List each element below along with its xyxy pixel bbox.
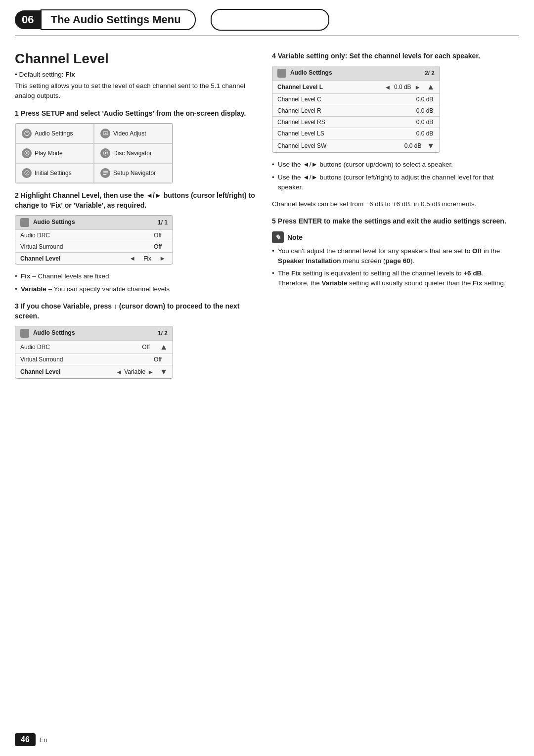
step4-heading: 4 Variable setting only: Set the channel…: [272, 51, 514, 61]
channel-level-label: Channel Level: [20, 255, 127, 262]
step2-heading: 2 Highlight Channel Level, then use the …: [15, 190, 257, 211]
table3-row-cl-c: Channel Level C 0.0 dB: [272, 93, 440, 105]
channel-level-value: Fix: [137, 255, 157, 262]
cl-l-label: Channel Level L: [277, 84, 382, 90]
page-number: 46: [15, 733, 36, 746]
cl-r-label: Channel Level R: [277, 107, 415, 114]
note-icon: ✎: [272, 231, 284, 243]
table3-row-cl-rs: Channel Level RS 0.0 dB: [272, 116, 440, 128]
t2-arrow-left: ◄: [116, 368, 122, 376]
menu-item-play-mode: Play Mode: [15, 143, 94, 163]
settings-table-3-header: Audio Settings 2/ 2: [272, 66, 440, 80]
note-header: ✎ Note: [272, 231, 514, 243]
setup-navigator-icon: [100, 168, 110, 178]
t2-virtual-surround-value: Off: [148, 356, 168, 363]
virtual-surround-value: Off: [148, 243, 168, 250]
svg-marker-2: [105, 133, 107, 134]
left-column: Channel Level Default setting: Fix This …: [15, 51, 257, 386]
default-setting-value: Fix: [65, 71, 75, 78]
main-content: Channel Level Default setting: Fix This …: [0, 36, 534, 396]
menu-item-initial-settings: Initial Settings: [15, 163, 94, 183]
variable-description: Variable – You can specify variable chan…: [15, 284, 257, 294]
menu-item-audio-settings: Audio Settings: [15, 124, 94, 143]
page-footer: 46 En: [15, 733, 47, 746]
default-setting-line: Default setting: Fix: [15, 71, 257, 78]
table3-row-cl-ls: Channel Level LS 0.0 dB: [272, 128, 440, 139]
t2-arrow-down: ▼: [160, 367, 168, 376]
step4-bullet-2: Use the ◄/► buttons (cursor left/right) …: [272, 173, 514, 193]
settings-table-1-title: Audio Settings: [20, 218, 75, 227]
section-body-text: This setting allows you to set the level…: [15, 81, 257, 101]
menu-item-video-adjust-label: Video Adjust: [113, 130, 146, 137]
fix-variable-list: Fix – Channel levels are fixed Variable …: [15, 271, 257, 294]
language-indicator: En: [40, 736, 47, 744]
settings-table-3-page: 2/ 2: [425, 70, 435, 77]
channel-level-arrow-left: ◄: [129, 255, 135, 262]
table1-row-virtual-surround: Virtual Surround Off: [15, 241, 173, 252]
menu-item-play-mode-label: Play Mode: [35, 150, 63, 157]
menu-screenshot-1: Audio Settings Video Adjust Play Mode: [15, 123, 173, 183]
cl-r-value: 0.0 dB: [415, 107, 435, 114]
table3-row-cl-l: Channel Level L ◄ 0.0 dB ► ▲: [272, 80, 440, 93]
svg-marker-4: [26, 152, 28, 154]
cl-c-label: Channel Level C: [277, 96, 415, 103]
cl-rs-value: 0.0 dB: [415, 119, 435, 126]
cl-c-value: 0.0 dB: [415, 96, 435, 103]
table2-row-channel-level: Channel Level ◄ Variable ► ▼: [15, 365, 173, 378]
t2-audio-drc-value: Off: [136, 344, 156, 351]
note-bullets: You can't adjust the channel level for a…: [272, 246, 514, 289]
section-title: Channel Level: [15, 51, 257, 67]
step4-bullet-list: Use the ◄/► buttons (cursor up/down) to …: [272, 160, 514, 192]
svg-point-6: [104, 152, 106, 154]
svg-point-0: [24, 131, 29, 135]
right-column: 4 Variable setting only: Set the channel…: [272, 51, 514, 386]
table1-row-channel-level: Channel Level ◄ Fix ►: [15, 252, 173, 264]
cl-sw-label: Channel Level SW: [277, 142, 403, 149]
audio-drc-value: Off: [148, 232, 168, 239]
menu-item-disc-navigator-label: Disc Navigator: [113, 150, 152, 157]
table1-row-audio-drc: Audio DRC Off: [15, 229, 173, 241]
video-adjust-icon: [100, 129, 110, 138]
step5-heading: 5 Press ENTER to make the settings and e…: [272, 216, 514, 226]
fix-desc: – Channel levels are fixed: [31, 272, 109, 280]
settings-table-1: Audio Settings 1/ 1 Audio DRC Off Virtua…: [15, 215, 173, 265]
chapter-number: 06: [15, 10, 41, 29]
step3-heading: 3 If you chose Variable, press ↓ (cursor…: [15, 301, 257, 321]
menu-item-setup-navigator: Setup Navigator: [94, 163, 173, 183]
cl-l-arrow-up: ▲: [427, 83, 435, 91]
t2-arrow-up: ▲: [160, 343, 168, 352]
t2-virtual-surround-label: Virtual Surround: [20, 356, 148, 363]
virtual-surround-label: Virtual Surround: [20, 243, 148, 250]
audio-drc-label: Audio DRC: [20, 232, 148, 239]
cl-sw-value: 0.0 dB: [403, 142, 423, 149]
t2-arrow-right: ►: [147, 368, 154, 376]
chapter-title: The Audio Settings Menu: [50, 13, 180, 26]
menu-item-video-adjust: Video Adjust: [94, 124, 173, 143]
t2-channel-level-value: Variable: [124, 368, 145, 375]
header-right-decoration: [211, 9, 329, 31]
settings-table-2-header: Audio Settings 1/ 2: [15, 326, 173, 340]
fix-description: Fix – Channel levels are fixed: [15, 271, 257, 281]
cl-l-arrow-left: ◄: [384, 84, 391, 91]
cl-rs-label: Channel Level RS: [277, 119, 415, 126]
settings-table-3-title-wrapper: Audio Settings: [277, 69, 332, 78]
cl-sw-arrow-down: ▼: [427, 141, 435, 150]
settings-table-1-header: Audio Settings 1/ 1: [15, 216, 173, 229]
settings-table-2-title-wrapper: Audio Settings: [20, 329, 75, 338]
t2-channel-level-label: Channel Level: [20, 368, 114, 375]
channel-range-text: Channel levels can be set from −6 dB to …: [272, 199, 514, 209]
settings-table-2-page: 1/ 2: [158, 330, 168, 337]
menu-item-initial-settings-label: Initial Settings: [35, 170, 72, 177]
cl-ls-value: 0.0 dB: [415, 130, 435, 137]
disc-navigator-icon: [100, 148, 110, 158]
menu-grid: Audio Settings Video Adjust Play Mode: [15, 124, 173, 183]
chapter-title-box: The Audio Settings Menu: [41, 9, 195, 30]
default-setting-label: Default setting:: [19, 71, 65, 78]
menu-item-setup-navigator-label: Setup Navigator: [113, 170, 156, 177]
note-box: ✎ Note You can't adjust the channel leve…: [272, 231, 514, 289]
table3-row-cl-sw: Channel Level SW 0.0 dB ▼: [272, 139, 440, 152]
step4-bullet-1: Use the ◄/► buttons (cursor up/down) to …: [272, 160, 514, 170]
play-mode-icon: [22, 148, 32, 158]
note-bullet-2: The Fix setting is equivalent to setting…: [272, 268, 514, 289]
fix-label: Fix: [21, 272, 31, 280]
